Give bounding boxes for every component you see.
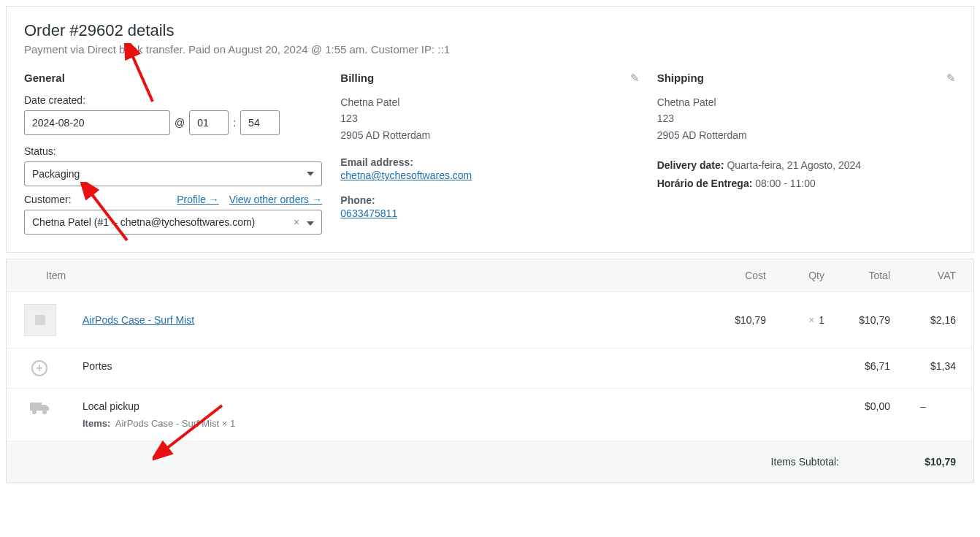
billing-line2: 2905 AD Rotterdam — [340, 127, 639, 143]
product-link[interactable]: AirPods Case - Surf Mist — [83, 314, 194, 326]
col-vat: VAT — [890, 270, 956, 281]
svg-rect-2 — [30, 403, 42, 411]
date-created-label: Date created: — [24, 94, 323, 106]
hour-input[interactable] — [189, 110, 229, 135]
delivery-time-label: Horário de Entrega: — [657, 178, 753, 189]
col-item: Item — [46, 270, 700, 281]
item-qty: × 1 — [766, 314, 824, 326]
minute-input[interactable] — [240, 110, 280, 135]
billing-name: Chetna Patel — [340, 94, 639, 110]
shipping-vat: $1,34 — [890, 360, 956, 372]
billing-heading: Billing — [340, 72, 639, 84]
billing-email-link[interactable]: chetna@tychesoftwares.com — [340, 170, 472, 181]
totals-row: Items Subtotal: $10,79 — [7, 441, 973, 482]
col-cost: Cost — [700, 270, 766, 281]
shipping-items-list: Items: AirPods Case - Surf Mist × 1 — [83, 418, 700, 429]
shipping-row: + Portes $6,71 $1,34 — [7, 349, 973, 389]
subtotal-value: $10,79 — [912, 456, 956, 468]
item-total: $10,79 — [824, 314, 890, 326]
general-heading: General — [24, 72, 323, 84]
shipping-vat: – — [890, 400, 956, 412]
at-separator: @ — [175, 117, 185, 129]
order-items-panel: Item Cost Qty Total VAT AirPods Case - S… — [6, 259, 974, 483]
customer-label: Customer: — [24, 194, 72, 205]
shipping-method-name: Local pickup — [83, 400, 700, 412]
status-select[interactable]: Packaging — [24, 161, 322, 186]
edit-billing-icon[interactable]: ✎ — [630, 72, 640, 85]
shipping-method-name: Portes — [83, 360, 700, 372]
chevron-down-icon — [307, 172, 314, 176]
order-title: Order #29602 details — [24, 21, 956, 40]
order-details-panel: Order #29602 details Payment via Direct … — [6, 6, 974, 253]
shipping-line1: 123 — [657, 110, 956, 126]
time-colon: : — [233, 117, 236, 129]
item-vat: $2,16 — [890, 314, 956, 326]
edit-shipping-icon[interactable]: ✎ — [946, 72, 956, 85]
delivery-date-value: Quarta-feira, 21 Agosto, 2024 — [727, 159, 861, 171]
clear-customer-icon[interactable]: × — [294, 216, 299, 228]
general-column: General Date created: @ : Status: Packag… — [24, 72, 340, 235]
status-value: Packaging — [32, 168, 80, 180]
delivery-time-value: 08:00 - 11:00 — [755, 178, 816, 189]
chevron-down-icon — [307, 221, 314, 226]
shipping-column: ✎ Shipping Chetna Patel 123 2905 AD Rott… — [657, 72, 956, 235]
profile-link[interactable]: Profile — [177, 194, 219, 205]
date-input[interactable] — [24, 110, 170, 135]
billing-email-label: Email address: — [340, 156, 639, 168]
customer-value: Chetna Patel (#1 – chetna@tychesoftwares… — [32, 216, 255, 228]
shipping-name: Chetna Patel — [657, 94, 956, 110]
items-table-header: Item Cost Qty Total VAT — [7, 259, 973, 292]
shipping-total: $6,71 — [824, 360, 890, 372]
shipping-row: Local pickup Items: AirPods Case - Surf … — [7, 389, 973, 441]
col-qty: Qty — [766, 270, 824, 281]
order-subtitle: Payment via Direct bank transfer. Paid o… — [24, 43, 956, 56]
view-other-orders-link[interactable]: View other orders — [229, 194, 322, 205]
col-total: Total — [824, 270, 890, 281]
billing-phone-link[interactable]: 0633475811 — [340, 207, 397, 219]
status-label: Status: — [24, 145, 323, 157]
billing-column: ✎ Billing Chetna Patel 123 2905 AD Rotte… — [340, 72, 656, 235]
billing-line1: 123 — [340, 110, 639, 126]
truck-icon — [30, 400, 50, 415]
delivery-date-label: Delivery date: — [657, 159, 724, 171]
item-cost: $10,79 — [700, 314, 766, 326]
product-thumbnail — [24, 304, 56, 336]
svg-point-4 — [42, 410, 47, 414]
shipping-heading: Shipping — [657, 72, 956, 84]
svg-point-3 — [32, 410, 37, 414]
plus-circle-icon: + — [31, 360, 47, 376]
shipping-total: $0,00 — [824, 400, 890, 412]
customer-select[interactable]: Chetna Patel (#1 – chetna@tychesoftwares… — [24, 210, 322, 235]
billing-phone-label: Phone: — [340, 194, 639, 206]
shipping-line2: 2905 AD Rotterdam — [657, 127, 956, 143]
table-row: AirPods Case - Surf Mist $10,79 × 1 $10,… — [7, 292, 973, 349]
subtotal-label: Items Subtotal: — [771, 456, 839, 468]
